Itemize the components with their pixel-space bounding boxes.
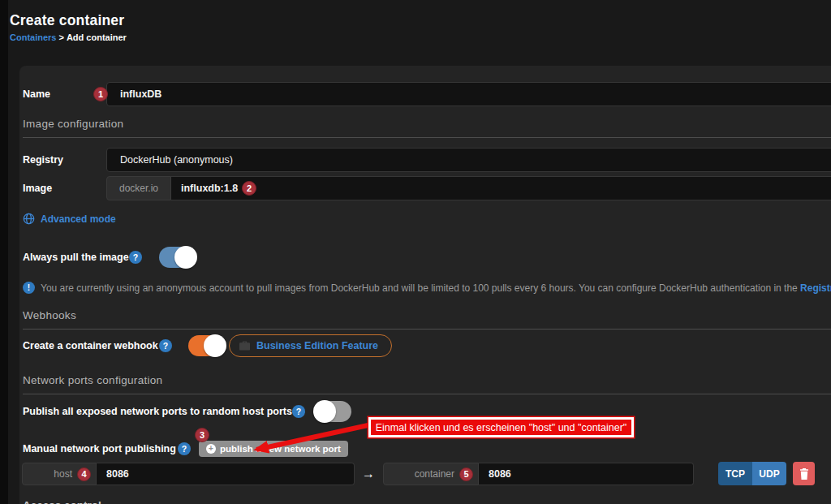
publish-all-help-icon[interactable]: ? [292,405,305,418]
tutorial-annotation-box: Einmal klicken und es erscheinen "host" … [368,417,634,437]
name-input[interactable] [106,82,831,106]
clipped-next-section-heading: Access control [23,499,101,504]
create-container-page: Create container Containers>Add containe… [0,0,831,504]
business-edition-feature-label: Business Edition Feature [256,340,378,351]
host-port-input[interactable] [97,463,355,485]
annotation-marker-3: 3 [195,428,209,442]
publish-network-port-label: publish a new network port [220,444,341,454]
webhooks-heading: Webhooks [23,309,831,330]
create-webhook-help-icon[interactable]: ? [159,339,172,352]
info-banner-text: You are currently using an anonymous acc… [41,282,800,294]
annotation-marker-5: 5 [459,467,473,481]
globe-icon [23,213,35,225]
always-pull-toggle[interactable] [159,247,196,268]
publish-network-port-button[interactable]: + publish a new network port [199,441,348,457]
image-configuration-heading: Image configuration [23,118,831,138]
advanced-mode-link[interactable]: Advanced mode [23,213,116,225]
toggle-knob [313,400,336,423]
container-addon-label: container [415,468,454,480]
registries-link[interactable]: Registries [800,282,831,294]
breadcrumb-separator: > [58,32,63,42]
udp-protocol-button[interactable]: UDP [752,462,786,485]
always-pull-label: Always pull the image [23,252,129,263]
tutorial-annotation-text: Einmal klicken und es erscheinen "host" … [376,422,627,433]
host-port-addon: host 4 [22,463,97,485]
manual-publishing-help-icon[interactable]: ? [178,442,191,455]
remove-port-mapping-button[interactable] [793,462,815,485]
left-gutter [0,0,8,504]
dockerhub-info-banner: !You are currently using an anonymous ac… [23,280,831,295]
container-port-input[interactable] [479,463,694,485]
tcp-protocol-button[interactable]: TCP [718,462,752,485]
briefcase-icon [239,341,250,351]
name-label: Name [23,88,50,100]
info-icon: ! [23,282,35,294]
registry-label: Registry [23,154,63,166]
network-ports-heading: Network ports configuration [23,374,831,394]
create-webhook-label: Create a container webhook [23,340,158,351]
plus-circle-icon: + [206,444,216,454]
publish-all-label: Publish all exposed network ports to ran… [23,406,292,417]
breadcrumb: Containers>Add container [10,32,127,42]
annotation-marker-2: 2 [242,181,256,196]
container-port-addon: container 5 [383,463,479,485]
breadcrumb-current: Add container [67,32,127,42]
annotation-marker-4: 4 [77,467,91,481]
advanced-mode-label: Advanced mode [41,213,116,225]
toggle-knob [174,246,197,269]
image-registry-addon: docker.io [106,176,171,200]
create-webhook-toggle[interactable] [188,335,226,356]
toggle-knob [204,334,226,357]
page-title: Create container [10,12,124,29]
host-addon-label: host [54,468,72,480]
port-mapping-arrow-icon: → [358,463,379,485]
trash-icon [799,468,809,480]
manual-publishing-label: Manual network port publishing [23,443,176,454]
annotation-marker-1: 1 [93,87,108,101]
image-input[interactable] [171,176,831,200]
always-pull-help-icon[interactable]: ? [129,251,142,264]
publish-all-toggle[interactable] [314,401,351,422]
business-edition-feature-badge[interactable]: Business Edition Feature [229,334,392,357]
breadcrumb-containers-link[interactable]: Containers [10,32,56,42]
image-label: Image [23,183,52,194]
registry-select[interactable] [106,148,831,172]
